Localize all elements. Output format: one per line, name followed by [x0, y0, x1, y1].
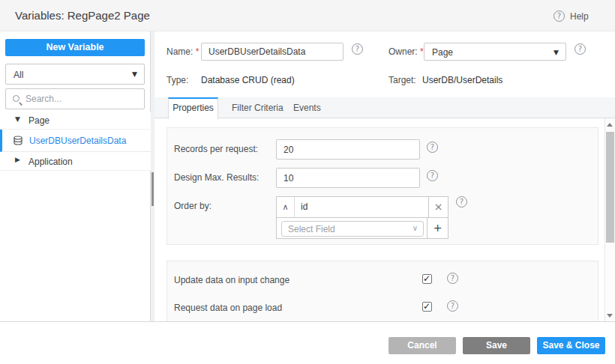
order-by-field-value: id: [301, 201, 308, 212]
search-icon: [13, 95, 22, 104]
database-variable-icon: [13, 136, 23, 148]
records-per-request-input[interactable]: [276, 139, 420, 160]
records-per-request-label: Records per request:: [174, 144, 258, 154]
dropdown-caret-icon: ▼: [554, 49, 559, 56]
records-help-icon[interactable]: [427, 142, 438, 153]
variable-search[interactable]: [5, 88, 145, 109]
owner-help-icon[interactable]: [574, 43, 586, 55]
tab-filter-criteria[interactable]: Filter Criteria: [232, 97, 284, 118]
update-data-label: Update data on input change: [174, 275, 290, 285]
owner-label: Owner: *: [388, 46, 424, 57]
page-title: Variables: RegPage2 Page: [15, 9, 150, 22]
update-data-checkbox[interactable]: [422, 274, 432, 284]
save-button[interactable]: Save: [463, 337, 530, 354]
type-label: Type:: [166, 75, 188, 85]
dialog-footer: Cancel Save Save & Close: [0, 321, 615, 364]
order-by-add-row: Select Field ∨: [277, 217, 428, 238]
design-max-results-label: Design Max. Results:: [174, 172, 259, 183]
dropdown-caret-icon: ▼: [132, 70, 137, 78]
scroll-up-arrow-icon[interactable]: [607, 123, 613, 127]
order-by-help-icon[interactable]: [456, 196, 467, 207]
tab-bar: Properties Filter Criteria Events: [154, 97, 615, 118]
scroll-down-arrow-icon[interactable]: [607, 314, 613, 318]
help-icon[interactable]: [554, 10, 565, 22]
order-by-row: ∧ id: [277, 197, 448, 217]
target-value: UserDB/UserDetails: [422, 75, 502, 85]
new-variable-button[interactable]: New Variable: [5, 39, 145, 56]
name-help-icon[interactable]: [352, 43, 363, 55]
content-scrollbar-thumb[interactable]: [606, 132, 614, 243]
tab-properties[interactable]: Properties: [168, 97, 218, 119]
tab-events[interactable]: Events: [293, 97, 321, 118]
request-data-label: Request data on page load: [174, 303, 282, 313]
tree-group-page[interactable]: ▼ Page: [0, 112, 151, 130]
caret-right-icon[interactable]: ▶: [15, 156, 20, 163]
dialog-header: Variables: RegPage2 Page Help: [0, 0, 615, 31]
owner-value: Page: [432, 47, 453, 58]
help-link[interactable]: Help: [570, 11, 589, 22]
sort-direction-toggle-icon[interactable]: ∧: [277, 197, 295, 217]
owner-select[interactable]: Page ▼: [424, 43, 566, 61]
update-data-help-icon[interactable]: [447, 273, 458, 284]
request-data-help-icon[interactable]: [447, 300, 458, 312]
design-max-help-icon[interactable]: [427, 170, 438, 181]
variable-filter-select[interactable]: All ▼: [5, 64, 145, 85]
variables-sidebar: New Variable All ▼ ▼ Page UserDBUserDeta…: [0, 31, 151, 321]
required-asterisk: *: [420, 46, 424, 57]
name-input[interactable]: [201, 43, 344, 61]
tree-group-label: Application: [28, 157, 73, 167]
name-label: Name: *: [166, 46, 199, 57]
target-label: Target:: [388, 75, 416, 85]
design-max-results-input[interactable]: [276, 168, 420, 188]
save-and-close-button[interactable]: Save & Close: [537, 337, 605, 354]
variables-dialog: Variables: RegPage2 Page Help New Variab…: [0, 0, 615, 364]
variable-filter-value: All: [14, 70, 23, 80]
tree-item-selected-variable[interactable]: UserDBUserDetailsData: [0, 130, 151, 152]
required-asterisk: *: [196, 46, 200, 57]
request-data-checkbox[interactable]: [422, 302, 432, 312]
order-by-label: Order by:: [174, 201, 212, 211]
type-value: Database CRUD (read): [201, 75, 295, 85]
add-field-button[interactable]: +: [427, 217, 448, 238]
caret-down-icon[interactable]: ▼: [15, 115, 20, 123]
chevron-down-icon: ∨: [412, 224, 418, 232]
order-by-widget: ∧ id × Select Field ∨ +: [276, 196, 448, 239]
tree-item-label: UserDBUserDetailsData: [29, 136, 126, 146]
select-field-dropdown[interactable]: Select Field ∨: [281, 221, 424, 237]
remove-field-icon[interactable]: ×: [428, 197, 448, 217]
search-input[interactable]: [26, 90, 138, 108]
select-field-placeholder: Select Field: [288, 224, 335, 234]
cancel-button[interactable]: Cancel: [388, 337, 456, 354]
sidebar-vscrollbar-thumb[interactable]: [152, 172, 154, 206]
tree-group-label: Page: [28, 115, 50, 126]
tree-group-application[interactable]: ▶ Application: [0, 152, 151, 171]
